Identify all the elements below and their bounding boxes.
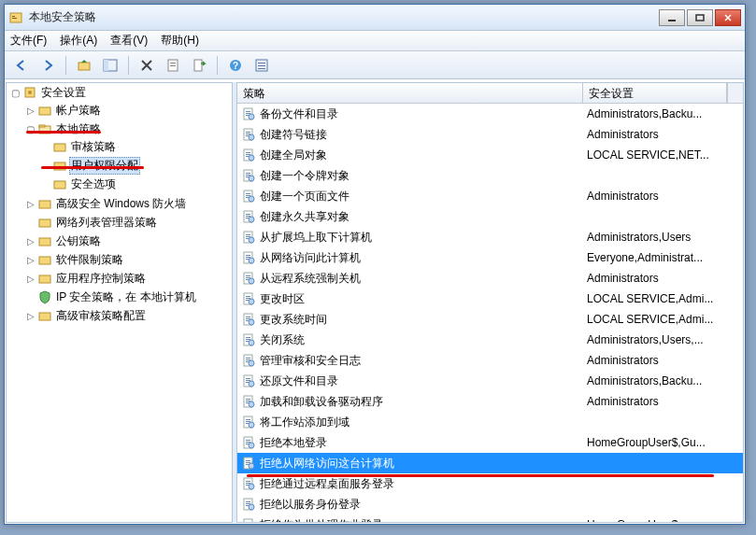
svg-point-105 <box>249 381 254 387</box>
policy-name: 管理审核和安全日志 <box>260 353 361 369</box>
refresh-button[interactable] <box>250 54 273 77</box>
policy-icon <box>241 250 256 265</box>
svg-rect-32 <box>39 238 50 246</box>
list-row[interactable]: 还原文件和目录Administrators,Backu... <box>237 371 743 391</box>
up-button[interactable] <box>73 54 95 77</box>
tree-ipsec[interactable]: IP 安全策略，在 本地计算机 <box>25 289 232 305</box>
collapse-icon[interactable]: ▢ <box>25 124 36 134</box>
expand-icon[interactable]: ▷ <box>25 199 36 209</box>
svg-rect-97 <box>246 358 250 359</box>
titlebar: 本地安全策略 <box>5 5 745 31</box>
svg-rect-27 <box>54 144 65 151</box>
svg-point-120 <box>249 443 254 448</box>
list-row[interactable]: 创建符号链接Administrators <box>237 124 743 145</box>
tree-root[interactable]: ▢ 安全设置 <box>10 84 232 101</box>
maximize-button[interactable] <box>687 9 713 26</box>
tree-account-policy[interactable]: ▷帐户策略 <box>25 102 232 119</box>
policy-icon <box>241 353 256 368</box>
policy-setting: Administrators <box>583 272 743 285</box>
svg-rect-133 <box>246 503 250 504</box>
tree-pubkey[interactable]: ▷公钥策略 <box>25 232 232 249</box>
policy-name: 加载和卸载设备驱动程序 <box>260 394 383 410</box>
policy-icon <box>241 476 256 491</box>
policy-name: 从网络访问此计算机 <box>260 250 361 266</box>
collapse-icon[interactable]: ▢ <box>10 88 21 98</box>
expand-icon[interactable]: ▷ <box>25 106 36 116</box>
list-row[interactable]: 创建一个页面文件Administrators <box>237 186 743 206</box>
minimize-button[interactable] <box>659 9 685 26</box>
tree-swrestrict[interactable]: ▷软件限制策略 <box>25 251 232 268</box>
menu-view[interactable]: 查看(V) <box>110 33 148 49</box>
menu-file[interactable]: 文件(F) <box>10 33 47 49</box>
properties-button[interactable] <box>162 54 184 77</box>
list-body[interactable]: 备份文件和目录Administrators,Backu...创建符号链接Admi… <box>237 104 743 522</box>
policy-name: 还原文件和目录 <box>260 373 338 389</box>
list-row[interactable]: 拒绝通过远程桌面服务登录 <box>237 473 743 494</box>
tree-netlist[interactable]: 网络列表管理器策略 <box>25 214 232 231</box>
list-row[interactable]: 加载和卸载设备驱动程序Administrators <box>237 391 743 412</box>
policy-icon <box>241 148 256 162</box>
list-row[interactable]: 拒绝以服务身份登录 <box>237 494 743 514</box>
export-button[interactable] <box>188 54 210 77</box>
policy-setting: Administrators <box>583 395 743 408</box>
tree-local-policy[interactable]: ▢本地策略 <box>25 120 232 137</box>
col-secset[interactable]: 安全设置 <box>583 83 727 103</box>
policy-icon <box>241 106 256 121</box>
list-row[interactable]: 创建永久共享对象 <box>237 206 743 227</box>
list-row[interactable]: 拒绝从网络访问这台计算机 <box>237 453 743 473</box>
back-button[interactable] <box>10 54 33 77</box>
expand-icon[interactable]: ▷ <box>25 255 36 265</box>
tree-audit-policy[interactable]: 审核策略 <box>40 138 232 155</box>
list-row[interactable]: 关闭系统Administrators,Users,... <box>237 330 743 350</box>
list-row[interactable]: 从远程系统强制关机Administrators <box>237 268 743 289</box>
policy-setting: Everyone,Administrat... <box>583 251 743 264</box>
help-button[interactable]: ? <box>224 54 247 77</box>
tree-advaudit[interactable]: ▷高级审核策略配置 <box>25 307 232 324</box>
app-icon <box>8 10 23 25</box>
policy-name: 拒绝从网络访问这台计算机 <box>260 456 394 472</box>
tree-windows-firewall[interactable]: ▷高级安全 Windows 防火墙 <box>25 195 232 212</box>
list-row[interactable]: 从扩展坞上取下计算机Administrators,Users <box>237 227 743 247</box>
list-row[interactable]: 管理审核和安全日志Administrators <box>237 350 743 371</box>
list-row[interactable]: 将工作站添加到域 <box>237 412 743 432</box>
policy-icon <box>241 168 256 183</box>
svg-rect-21 <box>258 68 265 69</box>
expand-icon[interactable]: ▷ <box>25 236 36 246</box>
tree-security-options[interactable]: 安全选项 <box>40 176 232 192</box>
list-row[interactable]: 拒绝本地登录HomeGroupUser$,Gu... <box>237 432 743 453</box>
forward-button[interactable] <box>36 54 59 77</box>
policy-icon <box>241 394 256 409</box>
col-policy[interactable]: 策略 <box>237 83 583 103</box>
svg-rect-33 <box>39 257 50 264</box>
expand-icon[interactable]: ▷ <box>25 311 36 321</box>
menu-action[interactable]: 操作(A) <box>60 33 97 49</box>
policy-setting: LOCAL SERVICE,NET... <box>583 148 743 162</box>
svg-point-55 <box>249 176 254 181</box>
policy-icon <box>241 517 256 522</box>
list-row[interactable]: 创建全局对象LOCAL SERVICE,NET... <box>237 145 743 165</box>
policy-icon <box>241 456 256 471</box>
policy-setting: Administrators,Users <box>583 231 743 244</box>
list-row[interactable]: 创建一个令牌对象 <box>237 165 743 186</box>
show-tree-button[interactable] <box>99 54 121 77</box>
tree-appctrl[interactable]: ▷应用程序控制策略 <box>25 270 232 287</box>
delete-button[interactable] <box>136 54 158 77</box>
menu-help[interactable]: 帮助(H) <box>161 33 199 49</box>
list-row[interactable]: 备份文件和目录Administrators,Backu... <box>237 104 743 124</box>
policy-name: 创建符号链接 <box>260 127 327 143</box>
svg-point-60 <box>249 196 254 202</box>
svg-point-110 <box>249 401 254 407</box>
list-row[interactable]: 拒绝作为批处理作业登录HomeGroupUser$ <box>237 514 743 522</box>
svg-rect-127 <box>246 481 250 482</box>
close-button[interactable] <box>715 9 741 26</box>
list-row[interactable]: 从网络访问此计算机Everyone,Administrat... <box>237 247 743 268</box>
svg-point-95 <box>249 340 254 345</box>
tree-user-rights[interactable]: 用户权限分配 <box>40 157 232 174</box>
tree-pane: ▢ 安全设置 ▷帐户策略 ▢本地策略 审核策略 用户权限分配 <box>6 82 233 523</box>
list-row[interactable]: 更改系统时间LOCAL SERVICE,Admi... <box>237 309 743 330</box>
svg-rect-62 <box>246 214 250 215</box>
svg-rect-117 <box>246 440 250 441</box>
list-row[interactable]: 更改时区LOCAL SERVICE,Admi... <box>237 289 743 309</box>
policy-setting: HomeGroupUser$,Gu... <box>583 436 743 449</box>
expand-icon[interactable]: ▷ <box>25 274 36 284</box>
